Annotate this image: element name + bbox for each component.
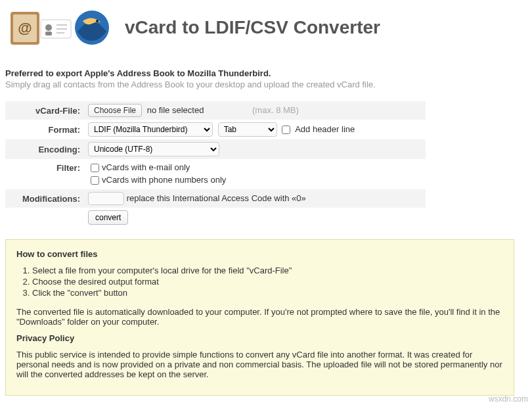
svg-point-10 [96,20,99,22]
add-header-label: Add header line [295,124,355,134]
app-logo: @ [5,5,117,50]
vcard-file-label: vCard-File: [5,101,84,120]
convert-button[interactable]: convert [88,210,128,225]
filter-phone-checkbox[interactable] [91,176,99,185]
delimiter-select[interactable]: Tab [218,122,277,137]
add-header-checkbox[interactable] [282,126,290,134]
how-to-steps: Select a file from your computer's local… [32,266,503,298]
file-status: no file selected [147,105,204,115]
encoding-label: Encoding: [5,139,84,159]
step-1: Select a file from your computer's local… [32,266,503,275]
format-select[interactable]: LDIF (Mozilla Thunderbird) [88,122,213,137]
info-box: How to convert files Select a file from … [5,239,514,396]
access-code-input[interactable] [88,192,124,205]
max-size-hint: (max. 8 MB) [252,105,299,115]
format-label: Format: [5,120,84,139]
svg-rect-5 [45,32,52,35]
svg-point-4 [45,24,52,31]
step-2: Choose the desired output format [32,277,503,287]
intro-headline: Preferred to export Apple's Address Book… [5,68,527,78]
header: @ vCard to LDIF/CSV Converter [5,5,527,50]
page-title: vCard to LDIF/CSV Converter [125,17,380,38]
svg-text:@: @ [18,20,32,36]
watermark: wsxdn.com [489,394,528,401]
filter-label: Filter: [5,159,84,189]
privacy-text: This public service is intended to provi… [16,350,503,379]
modifications-label: Modifications: [5,189,84,208]
auto-download-text: The converted file is automatically down… [16,307,503,327]
choose-file-button[interactable]: Choose File [88,104,142,117]
filter-phone-label: vCards with phone numbers only [102,175,226,185]
intro-sub: Simply drag all contacts from the Addres… [5,80,527,89]
filter-email-checkbox[interactable] [91,164,99,172]
privacy-heading: Privacy Policy [16,333,503,343]
converter-form: vCard-File: Choose File no file selected… [5,101,426,227]
encoding-select[interactable]: Unicode (UTF-8) [88,142,219,156]
how-to-heading: How to convert files [16,249,503,259]
filter-email-label: vCards with e-mail only [102,162,190,172]
modifications-text: replace this International Access Code w… [127,193,306,203]
step-3: Click the "convert" button [32,288,503,298]
